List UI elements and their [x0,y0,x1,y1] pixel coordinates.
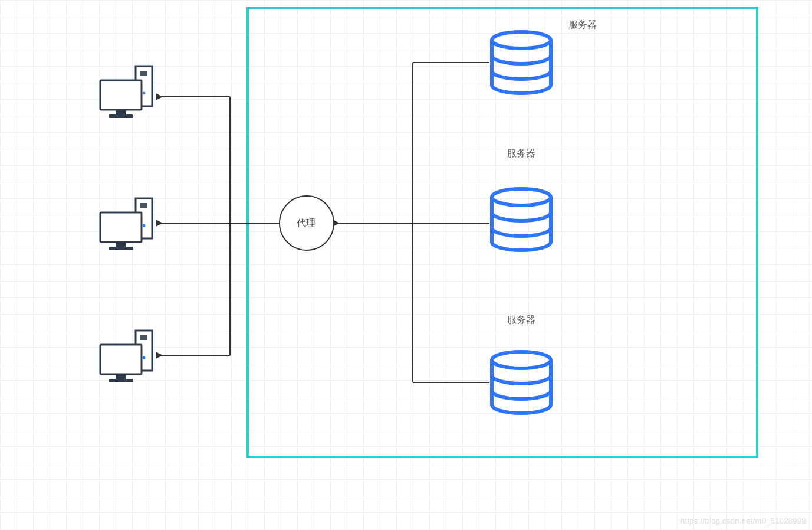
client-1 [100,66,152,118]
watermark-text: https://blog.csdn.net/m0_51028998 [680,516,806,525]
svg-point-14 [143,356,146,359]
svg-rect-7 [140,203,147,208]
svg-rect-1 [140,71,147,76]
database-icon [492,352,551,413]
server-2 [492,189,551,250]
svg-rect-10 [116,242,126,247]
edge-servers-to-proxy [340,63,489,382]
svg-point-19 [492,189,551,205]
svg-rect-9 [100,212,142,242]
server-3 [492,352,551,413]
svg-point-18 [492,32,551,48]
svg-rect-3 [100,80,142,110]
svg-point-8 [143,224,146,227]
computer-icon [100,66,152,118]
server-3-label: 服务器 [507,314,535,326]
svg-rect-16 [116,374,126,379]
svg-rect-4 [116,110,126,114]
client-2 [100,198,152,250]
database-icon [492,189,551,250]
database-icon [492,32,551,93]
svg-point-20 [492,352,551,368]
proxy-label: 代理 [297,217,315,230]
svg-point-2 [143,92,146,95]
computer-icon [100,198,152,250]
svg-rect-15 [100,345,142,374]
svg-rect-17 [109,379,133,382]
diagram-svg [0,0,812,530]
svg-rect-11 [109,247,133,250]
server-1 [492,32,551,93]
server-1-label: 服务器 [568,19,597,31]
edge-proxy-to-clients [164,97,280,355]
client-3 [100,331,152,382]
svg-rect-13 [140,335,147,340]
server-2-label: 服务器 [507,148,535,160]
computer-icon [100,331,152,382]
svg-rect-5 [109,114,133,118]
